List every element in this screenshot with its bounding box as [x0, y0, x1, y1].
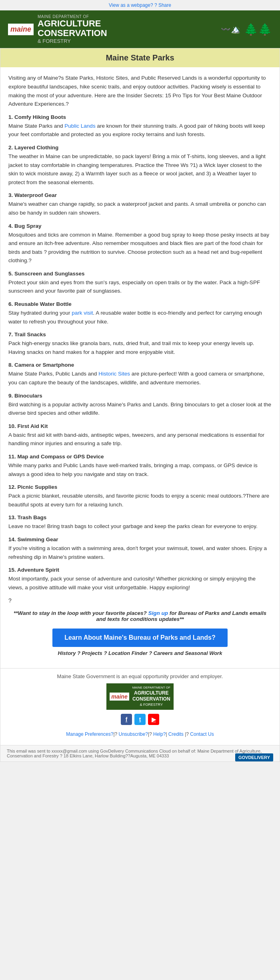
youtube-icon[interactable]: ▶ — [148, 714, 159, 725]
tip-item-11: 11. Map and Compass or GPS Device While … — [8, 454, 272, 478]
tip-text-13: Leave no trace! Bring trash bags to coll… — [8, 522, 272, 531]
tip-item-14: 14. Swimming Gear If you're visiting a l… — [8, 536, 272, 561]
tip-item-9: 9. Binoculars Bird watching is a popular… — [8, 393, 272, 418]
cta-button[interactable]: Learn About Maine's Bureau of Parks and … — [52, 629, 228, 647]
after-tips-symbol: ? — [8, 597, 272, 604]
header-banner: maine Maine Department of AGRICULTURE CO… — [0, 10, 280, 48]
tip-number-2: 2. Layered Clothing — [8, 145, 272, 151]
tip-number-13: 13. Trash Bags — [8, 514, 272, 520]
park-visit-link[interactable]: park visit — [72, 310, 93, 316]
tip-number-1: 1. Comfy Hiking Boots — [8, 114, 272, 120]
help-link[interactable]: Help? — [153, 731, 166, 737]
manage-preferences-link[interactable]: Manage Preferences? — [66, 731, 113, 737]
public-lands-link[interactable]: Public Lands — [64, 123, 95, 129]
tip-text-4: Mosquitoes and ticks are common in Maine… — [8, 231, 272, 265]
tip-item-8: 8. Camera or Smartphone Maine State Park… — [8, 362, 272, 387]
share-link[interactable]: ? Share — [154, 2, 171, 8]
tip-item-13: 13. Trash Bags Leave no trace! Bring tra… — [8, 514, 272, 531]
tip-number-9: 9. Binoculars — [8, 393, 272, 399]
tip-number-7: 7. Trail Snacks — [8, 331, 272, 337]
content-wrapper: Maine State Parks Visiting any of Maine?… — [0, 48, 280, 761]
tree-icon: 🌲🌲 — [244, 23, 272, 36]
footer-bottom: This email was sent to xxxxx@gmail.com u… — [0, 745, 280, 761]
signup-section: **Want to stay in the loop with your fav… — [8, 610, 272, 622]
tip-text-1: Maine State Parks and Public Lands are k… — [8, 122, 272, 139]
header-title-line2: CONSERVATION — [38, 28, 107, 38]
tip-text-15: Most importantly, pack your sense of adv… — [8, 574, 272, 592]
tip-item-5: 5. Sunscreen and Sunglasses Protect your… — [8, 271, 272, 295]
footer-logo-box: maine Maine Department of AGRICULTURE CO… — [106, 683, 174, 709]
tip-number-12: 12. Picnic Supplies — [8, 484, 272, 490]
signup-link[interactable]: Sign up — [148, 610, 168, 616]
tip-item-15: 15. Adventure Spirit Most importantly, p… — [8, 567, 272, 592]
footer-links: Manage Preferences?|? Unsubscribe?|? Hel… — [5, 728, 275, 740]
tip-number-6: 6. Reusable Water Bottle — [8, 301, 272, 307]
tip-item-12: 12. Picnic Supplies Pack a picnic blanke… — [8, 484, 272, 509]
footer-logo-area: maine Maine Department of AGRICULTURE CO… — [5, 683, 275, 709]
credits-link[interactable]: Credits — [168, 731, 184, 737]
content-body: Visiting any of Maine?s State Parks, His… — [0, 67, 280, 668]
header-text-block: Maine Department of AGRICULTURE CONSERVA… — [38, 14, 107, 44]
tip-text-7: Pack high-energy snacks like granola bar… — [8, 339, 272, 356]
header-icons: 〰️🏔️ 🌲🌲 — [221, 23, 272, 36]
logo-box: maine — [8, 24, 34, 35]
tip-text-9: Bird watching is a popular activity acro… — [8, 400, 272, 418]
tip-text-5: Protect your skin and eyes from the sun'… — [8, 278, 272, 295]
facebook-icon[interactable]: f — [121, 714, 132, 725]
tip-item-3: 3. Waterproof Gear Maine's weather can c… — [8, 192, 272, 217]
tip-number-14: 14. Swimming Gear — [8, 536, 272, 542]
tip-item-10: 10. First Aid Kit A basic first aid kit … — [8, 423, 272, 448]
tip-text-11: While many parks and Public Lands have w… — [8, 461, 272, 478]
tip-item-4: 4. Bug Spray Mosquitoes and ticks are co… — [8, 223, 272, 265]
tip-text-2: The weather in Maine can be unpredictabl… — [8, 152, 272, 187]
footer-gov: Maine State Government is an equal oppor… — [0, 668, 280, 745]
tip-text-14: If you're visiting a location with a swi… — [8, 544, 272, 561]
tip-number-5: 5. Sunscreen and Sunglasses — [8, 271, 272, 277]
intro-text: Visiting any of Maine?s State Parks, His… — [8, 74, 272, 108]
footer-bottom-text: This email was sent to xxxxx@gmail.com u… — [7, 749, 262, 758]
equal-opportunity-text: Maine State Government is an equal oppor… — [5, 673, 275, 679]
signup-text-before: **Want to stay in the loop with your fav… — [14, 610, 148, 616]
tip-text-10: A basic first aid kit with band-aids, an… — [8, 431, 272, 448]
tip-number-15: 15. Adventure Spirit — [8, 567, 272, 573]
tip-number-10: 10. First Aid Kit — [8, 423, 272, 429]
header-title-line3: & FORESTRY — [38, 38, 107, 44]
social-icons: f t ▶ — [5, 714, 275, 725]
footer-dept-text: Maine Department of AGRICULTURE CONSERVA… — [132, 686, 170, 707]
wave-icon: 〰️🏔️ — [221, 24, 241, 34]
cta-subtitle: History ? Projects ? Location Finder ? C… — [8, 650, 272, 656]
tip-number-4: 4. Bug Spray — [8, 223, 272, 229]
contact-us-link[interactable]: Contact Us — [190, 731, 214, 737]
top-bar: View as a webpage? ? Share — [0, 0, 280, 10]
header-title-line1: AGRICULTURE — [38, 19, 107, 28]
tip-item-1: 1. Comfy Hiking Boots Maine State Parks … — [8, 114, 272, 139]
page-title: Maine State Parks — [0, 48, 280, 67]
unsubscribe-link[interactable]: Unsubscribe? — [119, 731, 148, 737]
tip-item-7: 7. Trail Snacks Pack high-energy snacks … — [8, 331, 272, 356]
tip-text-3: Maine's weather can change rapidly, so p… — [8, 200, 272, 217]
tip-number-3: 3. Waterproof Gear — [8, 192, 272, 198]
historic-sites-link[interactable]: Historic Sites — [98, 371, 130, 377]
view-webpage-link[interactable]: View as a webpage? — [109, 2, 153, 8]
twitter-icon[interactable]: t — [134, 714, 146, 725]
govdelivery-badge: GOVDELIVERY — [235, 753, 273, 761]
header-logo: maine Maine Department of AGRICULTURE CO… — [8, 14, 107, 44]
tip-text-8: Maine State Parks, Public Lands and Hist… — [8, 370, 272, 387]
tip-item-6: 6. Reusable Water Bottle Stay hydrated d… — [8, 301, 272, 326]
tip-text-12: Pack a picnic blanket, reusable utensils… — [8, 492, 272, 509]
tip-item-2: 2. Layered Clothing The weather in Maine… — [8, 145, 272, 187]
tip-number-8: 8. Camera or Smartphone — [8, 362, 272, 368]
cta-button-wrap: Learn About Maine's Bureau of Parks and … — [8, 629, 272, 647]
footer-logo-maine: maine — [110, 693, 129, 701]
tip-number-11: 11. Map and Compass or GPS Device — [8, 454, 272, 460]
tip-text-6: Stay hydrated during your park visit. A … — [8, 309, 272, 326]
logo-maine-text: maine — [10, 25, 31, 34]
